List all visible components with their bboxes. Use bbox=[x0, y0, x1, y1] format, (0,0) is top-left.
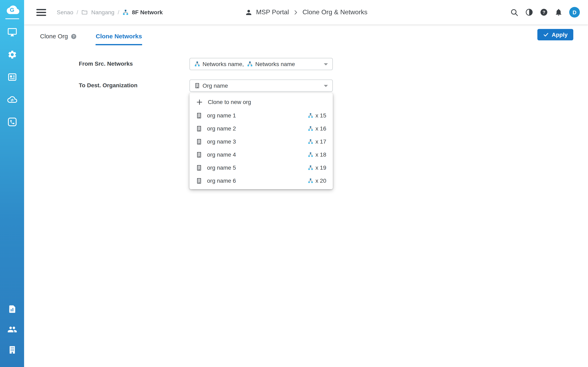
breadcrumb-site[interactable]: Nangang bbox=[91, 9, 114, 16]
breadcrumb-separator: / bbox=[118, 9, 119, 16]
chevron-right-icon bbox=[293, 9, 299, 15]
network-icon bbox=[308, 139, 313, 144]
selected-network-name: Networks name, bbox=[203, 61, 244, 67]
folder-icon bbox=[81, 9, 88, 16]
selected-org-name: Org name bbox=[203, 82, 228, 89]
org-option-name: org name 1 bbox=[207, 112, 236, 119]
network-icon bbox=[122, 9, 129, 15]
tab-bar: Clone Org ? Clone Networks Apply bbox=[24, 25, 588, 48]
network-icon bbox=[308, 126, 313, 131]
org-option-row[interactable]: org name 2 x 16 bbox=[190, 122, 333, 135]
to-dest-organization-label: To Dest. Organization bbox=[79, 82, 138, 89]
breadcrumb-network[interactable]: 8F Network bbox=[132, 9, 163, 16]
svg-text:?: ? bbox=[543, 10, 545, 15]
clone-to-new-org-label: Clone to new org bbox=[208, 99, 251, 105]
building-icon bbox=[196, 138, 202, 145]
selected-network-name: Networks name bbox=[255, 61, 295, 67]
engenius-cloud-logo: G bbox=[4, 4, 20, 16]
page-title: MSP Portal Clone Org & Networks bbox=[245, 8, 367, 16]
org-network-count: x 18 bbox=[308, 151, 326, 158]
from-src-networks-label: From Src. Networks bbox=[79, 60, 133, 67]
notifications-button[interactable] bbox=[554, 8, 563, 16]
svg-text:?: ? bbox=[73, 34, 75, 38]
org-network-count: x 15 bbox=[308, 112, 326, 119]
report-icon bbox=[8, 305, 17, 314]
network-icon bbox=[247, 61, 253, 67]
sidebar-item-report[interactable] bbox=[4, 301, 20, 317]
to-dest-organization-select[interactable]: Org name bbox=[190, 80, 333, 92]
building-solid-icon bbox=[8, 345, 17, 354]
tab-clone-networks[interactable]: Clone Networks bbox=[96, 33, 142, 45]
org-network-count: x 20 bbox=[308, 177, 326, 184]
help-icon: ? bbox=[540, 8, 548, 16]
phone-icon bbox=[7, 117, 17, 127]
portal-title: MSP Portal bbox=[256, 8, 289, 16]
network-icon bbox=[308, 178, 313, 183]
main-content: Clone Org ? Clone Networks Apply From Sr… bbox=[24, 25, 588, 367]
sidebar-item-organizations[interactable] bbox=[4, 342, 20, 358]
org-option-row[interactable]: org name 5 x 19 bbox=[190, 161, 333, 174]
sidebar-item-cloud-sync[interactable] bbox=[4, 91, 20, 108]
org-network-count: x 17 bbox=[308, 138, 326, 145]
search-button[interactable] bbox=[510, 8, 519, 17]
cloud-sync-icon bbox=[7, 95, 17, 104]
app-window: G bbox=[0, 0, 588, 367]
selected-org: Org name bbox=[194, 82, 228, 89]
theme-toggle-button[interactable] bbox=[525, 8, 533, 16]
building-icon bbox=[196, 178, 202, 184]
org-option-name: org name 6 bbox=[207, 177, 236, 184]
search-icon bbox=[510, 8, 519, 17]
news-card-icon bbox=[7, 72, 17, 82]
org-network-count-label: x 19 bbox=[315, 164, 326, 171]
org-option-row[interactable]: org name 1 x 15 bbox=[190, 109, 333, 122]
building-icon bbox=[196, 112, 202, 118]
selected-network: Networks name bbox=[247, 61, 295, 67]
org-option-row[interactable]: org name 3 x 17 bbox=[190, 135, 333, 148]
building-icon bbox=[194, 83, 200, 89]
org-option-name: org name 5 bbox=[207, 164, 236, 171]
org-option-row[interactable]: org name 4 x 18 bbox=[190, 148, 333, 161]
network-icon bbox=[308, 113, 313, 118]
org-network-count-label: x 15 bbox=[315, 112, 326, 119]
help-button[interactable]: ? bbox=[540, 8, 548, 16]
sidebar-item-settings[interactable] bbox=[4, 47, 20, 63]
apply-button[interactable]: Apply bbox=[537, 29, 573, 40]
clone-to-new-org-option[interactable]: Clone to new org bbox=[190, 95, 333, 109]
org-network-count: x 19 bbox=[308, 164, 326, 171]
network-icon bbox=[308, 152, 313, 157]
building-icon bbox=[196, 125, 202, 132]
menu-icon[interactable] bbox=[36, 7, 46, 17]
sidebar-item-users[interactable] bbox=[4, 321, 20, 338]
network-icon bbox=[194, 61, 200, 67]
monitor-icon bbox=[7, 27, 17, 37]
org-network-count-label: x 18 bbox=[315, 151, 326, 158]
tab-clone-org[interactable]: Clone Org ? bbox=[40, 33, 77, 44]
breadcrumb: Senao / Nangang / 8F Network bbox=[57, 9, 163, 16]
tab-clone-org-label: Clone Org bbox=[40, 33, 68, 40]
selected-network: Networks name, bbox=[194, 61, 244, 67]
from-src-networks-select[interactable]: Networks name, Networks name bbox=[190, 58, 333, 70]
tab-clone-networks-label: Clone Networks bbox=[96, 33, 142, 40]
org-option-name: org name 2 bbox=[207, 125, 236, 132]
breadcrumb-org[interactable]: Senao bbox=[57, 9, 73, 16]
org-option-row[interactable]: org name 6 x 20 bbox=[190, 174, 333, 187]
logo-g-letter: G bbox=[4, 7, 20, 13]
sidebar-item-monitor[interactable] bbox=[4, 24, 20, 40]
tab-help-icon[interactable]: ? bbox=[71, 33, 77, 39]
apply-button-label: Apply bbox=[552, 31, 568, 38]
sidebar-item-news[interactable] bbox=[4, 69, 20, 85]
logo-divider bbox=[5, 18, 19, 19]
building-icon bbox=[196, 151, 202, 158]
users-icon bbox=[7, 325, 17, 334]
caret-down-icon bbox=[323, 84, 328, 88]
bell-icon bbox=[554, 8, 563, 16]
building-icon bbox=[196, 165, 202, 171]
org-dropdown-menu: Clone to new org org name 1 x 15 org nam… bbox=[190, 93, 333, 189]
breadcrumb-separator: / bbox=[77, 9, 78, 16]
org-network-count-label: x 20 bbox=[315, 177, 326, 184]
sidebar-item-contact[interactable] bbox=[4, 114, 20, 130]
network-icon bbox=[308, 165, 313, 170]
caret-down-icon bbox=[323, 63, 328, 66]
person-icon bbox=[245, 8, 252, 16]
user-avatar[interactable]: D bbox=[569, 7, 580, 17]
